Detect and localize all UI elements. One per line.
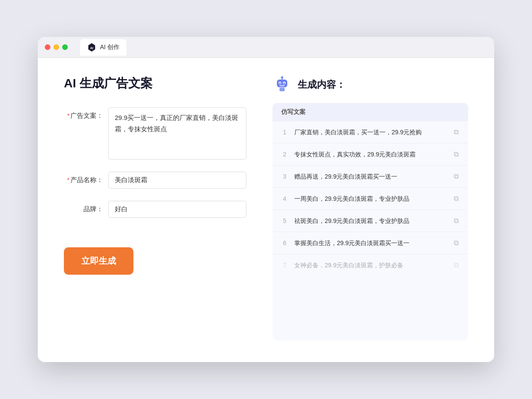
ad-copy-group: *广告文案： 29.9买一送一，真正的厂家直销，美白淡斑霜，专抹女性斑点 [64, 107, 246, 160]
row-text: 女神必备，29.9元美白淡斑霜，护肤必备 [294, 261, 447, 270]
browser-tab[interactable]: AI AI 创作 [80, 39, 126, 56]
required-star-ad: * [67, 112, 70, 119]
row-text: 祛斑美白，29.9元美白淡斑霜，专业护肤品 [294, 216, 447, 226]
svg-rect-10 [279, 88, 285, 91]
table-row: 2 专抹女性斑点，真实功效，29.9元美白淡斑霜 ⧉ [273, 143, 468, 166]
minimize-button[interactable] [53, 44, 59, 50]
table-row: 1 厂家直销，美白淡斑霜，买一送一，29.9元抢购 ⧉ [273, 121, 468, 143]
page-title: AI 生成广告文案 [64, 75, 246, 92]
generate-button[interactable]: 立即生成 [64, 247, 133, 275]
close-button[interactable] [45, 44, 50, 50]
browser-window: AI AI 创作 AI 生成广告文案 *广告文案： 29.9买一送一，真正的厂家… [38, 37, 494, 362]
table-row: 7 女神必备，29.9元美白淡斑霜，护肤必备 ⧉ [273, 254, 468, 276]
required-star-product: * [67, 176, 70, 183]
copy-icon[interactable]: ⧉ [453, 150, 459, 159]
svg-point-7 [279, 83, 281, 84]
svg-rect-9 [279, 85, 285, 86]
svg-text:AI: AI [90, 46, 93, 50]
row-num: 7 [281, 262, 288, 269]
table-row: 4 一周美白，29.9元美白淡斑霜，专业护肤品 ⧉ [273, 188, 468, 210]
svg-point-3 [281, 76, 283, 79]
left-panel: AI 生成广告文案 *广告文案： 29.9买一送一，真正的厂家直销，美白淡斑霜，… [64, 75, 246, 340]
result-title: 生成内容： [298, 78, 346, 91]
row-num: 6 [281, 239, 288, 246]
result-header: 生成内容： [273, 75, 468, 94]
copy-icon[interactable]: ⧉ [453, 172, 459, 181]
table-header: 仿写文案 [273, 103, 468, 121]
traffic-lights [45, 44, 68, 50]
product-name-label: *产品名称： [64, 172, 103, 184]
copy-icon[interactable]: ⧉ [453, 127, 459, 137]
row-num: 2 [281, 151, 288, 158]
table-row: 6 掌握美白生活，29.9元美白淡斑霜买一送一 ⧉ [273, 232, 468, 254]
copy-icon[interactable]: ⧉ [453, 260, 459, 270]
row-text: 一周美白，29.9元美白淡斑霜，专业护肤品 [294, 194, 447, 203]
result-table: 仿写文案 1 厂家直销，美白淡斑霜，买一送一，29.9元抢购 ⧉ 2 专抹女性斑… [273, 103, 468, 340]
brand-input[interactable] [108, 201, 246, 218]
ad-copy-label: *广告文案： [64, 107, 103, 120]
maximize-button[interactable] [62, 44, 68, 50]
svg-point-8 [284, 83, 285, 84]
product-name-group: *产品名称： [64, 172, 246, 189]
copy-icon[interactable]: ⧉ [453, 216, 459, 226]
ad-copy-input[interactable]: 29.9买一送一，真正的厂家直销，美白淡斑霜，专抹女性斑点 [108, 107, 246, 160]
brand-label: 品牌： [64, 201, 103, 213]
right-panel: 生成内容： 仿写文案 1 厂家直销，美白淡斑霜，买一送一，29.9元抢购 ⧉ 2… [273, 75, 468, 340]
row-text: 掌握美白生活，29.9元美白淡斑霜买一送一 [294, 239, 447, 248]
brand-group: 品牌： [64, 201, 246, 218]
table-row: 3 赠品再送，29.9元美白淡斑霜买一送一 ⧉ [273, 166, 468, 188]
row-num: 1 [281, 129, 288, 136]
row-num: 3 [281, 173, 288, 180]
browser-content: AI 生成广告文案 *广告文案： 29.9买一送一，真正的厂家直销，美白淡斑霜，… [38, 58, 494, 362]
robot-icon [273, 75, 292, 94]
row-text: 专抹女性斑点，真实功效，29.9元美白淡斑霜 [294, 150, 447, 159]
row-num: 4 [281, 195, 288, 202]
product-name-input[interactable] [108, 172, 246, 189]
copy-icon[interactable]: ⧉ [453, 194, 459, 203]
copy-icon[interactable]: ⧉ [453, 238, 459, 248]
tab-label: AI 创作 [100, 43, 120, 51]
row-num: 5 [281, 217, 288, 224]
table-row: 5 祛斑美白，29.9元美白淡斑霜，专业护肤品 ⧉ [273, 210, 468, 232]
ai-tab-icon: AI [87, 43, 96, 52]
row-text: 赠品再送，29.9元美白淡斑霜买一送一 [294, 172, 447, 181]
row-text: 厂家直销，美白淡斑霜，买一送一，29.9元抢购 [294, 128, 447, 137]
browser-titlebar: AI AI 创作 [38, 37, 494, 58]
